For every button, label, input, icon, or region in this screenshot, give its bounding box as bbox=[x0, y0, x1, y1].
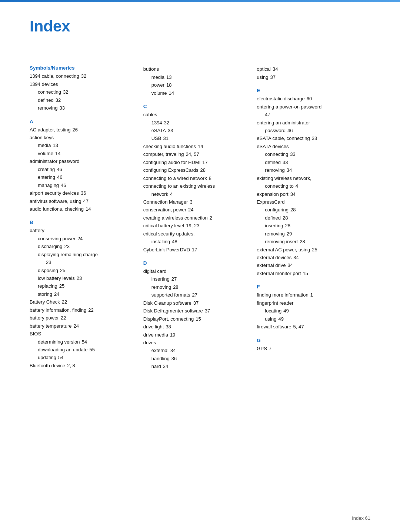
entry-fingerprint-reader: fingerprint reader locating49 using49 bbox=[257, 299, 363, 323]
entry-cables: cables 139432 eSATA33 USB31 bbox=[143, 111, 250, 143]
entry-esata-devices: eSATA devices connecting33 defined33 rem… bbox=[257, 143, 363, 174]
entry-1394-devices: 1394 devices connecting32 defined32 remo… bbox=[30, 80, 136, 112]
entry-entering-admin: entering an administrator password46 bbox=[257, 119, 363, 135]
entry-drive-media: drive media19 bbox=[143, 331, 250, 339]
entry-expansion-port: expansion port34 bbox=[257, 190, 363, 198]
entry-admin-password: administrator password creating46 enteri… bbox=[30, 157, 136, 189]
entry-disk-cleanup: Disk Cleanup software37 bbox=[143, 299, 250, 307]
entry-existing-wireless: existing wireless network, connecting to… bbox=[257, 174, 363, 190]
entry-checking-audio: checking audio functions14 bbox=[143, 143, 250, 150]
entry-configuring-audio-hdmi: configuring audio for HDMI17 bbox=[143, 158, 250, 166]
entry-critical-security: critical security updates, installing48 bbox=[143, 230, 250, 246]
entry-disk-defrag: Disk Defragmenter software37 bbox=[143, 307, 250, 315]
entry-creating-wireless: creating a wireless connection2 bbox=[143, 214, 250, 222]
entry-critical-battery: critical battery level19, 23 bbox=[143, 222, 250, 230]
entry-ac-adapter: AC adapter, testing26 bbox=[30, 126, 136, 134]
section-symbols-numerics: Symbols/Numerics bbox=[30, 65, 136, 71]
entry-external-devices: external devices34 bbox=[257, 254, 363, 261]
entry-external-monitor-port: external monitor port15 bbox=[257, 270, 363, 277]
entry-electrostatic: electrostatic discharge60 bbox=[257, 95, 363, 103]
entry-drive-light: drive light38 bbox=[143, 323, 250, 331]
section-f: F bbox=[257, 284, 363, 290]
entry-conservation-power: conservation, power24 bbox=[143, 206, 250, 214]
entry-configuring-expresscards: configuring ExpressCards28 bbox=[143, 166, 250, 174]
column-1: Symbols/Numerics 1394 cable, connecting3… bbox=[30, 65, 143, 369]
entry-gps: GPS7 bbox=[257, 345, 363, 352]
entry-connecting-wired: connecting to a wired network8 bbox=[143, 174, 250, 182]
column-2: buttons media13 power18 volume14 C cable… bbox=[143, 65, 257, 370]
page-container: Index Symbols/Numerics 1394 cable, conne… bbox=[0, 0, 400, 532]
entry-bios: BIOS determining version54 downloading a… bbox=[30, 330, 136, 362]
section-d: D bbox=[143, 260, 250, 266]
entry-1394-cable: 1394 cable, connecting32 bbox=[30, 72, 136, 80]
entry-drives: drives external34 handling36 hard34 bbox=[143, 339, 250, 371]
entry-esata-cable: eSATA cable, connecting33 bbox=[257, 134, 363, 142]
section-b: B bbox=[30, 220, 136, 225]
entry-battery-check: Battery Check22 bbox=[30, 298, 136, 306]
entry-connection-manager: Connection Manager3 bbox=[143, 198, 250, 206]
entry-computer-traveling: computer, traveling24, 57 bbox=[143, 150, 250, 158]
entry-displayport: DisplayPort, connecting15 bbox=[143, 315, 250, 323]
entry-audio-functions: audio functions, checking14 bbox=[30, 205, 136, 213]
entry-action-keys: action keys media13 volume14 bbox=[30, 134, 136, 157]
entry-battery-temp: battery temperature24 bbox=[30, 322, 136, 330]
index-columns: Symbols/Numerics 1394 cable, connecting3… bbox=[30, 65, 370, 370]
entry-battery-power: battery power22 bbox=[30, 314, 136, 322]
page-footer: Index 61 bbox=[352, 515, 370, 521]
section-e: E bbox=[257, 88, 363, 93]
column-3: optical34 using37 E electrostatic discha… bbox=[257, 65, 370, 352]
section-g: G bbox=[257, 338, 363, 343]
entry-digital-card: digital card inserting27 removing28 supp… bbox=[143, 267, 250, 299]
section-a: A bbox=[30, 119, 136, 124]
page-title: Index bbox=[30, 17, 370, 36]
entry-airport: airport security devices36 bbox=[30, 189, 136, 197]
entry-battery-info: battery information, finding22 bbox=[30, 306, 136, 314]
entry-battery: battery conserving power24 discharging23… bbox=[30, 227, 136, 298]
section-c: C bbox=[143, 104, 250, 109]
entry-cyberlink: CyberLink PowerDVD17 bbox=[143, 246, 250, 254]
entry-drives-continued: optical34 using37 bbox=[257, 65, 363, 81]
entry-entering-power-on: entering a power-on password 47 bbox=[257, 103, 363, 119]
entry-connecting-wireless: connecting to an existing wireless netwo… bbox=[143, 182, 250, 198]
entry-external-ac-power: external AC power, using25 bbox=[257, 246, 363, 254]
entry-expresscard: ExpressCard configuring28 defined28 inse… bbox=[257, 198, 363, 246]
entry-finding-more-info: finding more information1 bbox=[257, 291, 363, 299]
entry-external-drive: external drive34 bbox=[257, 261, 363, 269]
entry-bluetooth: Bluetooth device2, 8 bbox=[30, 362, 136, 369]
entry-firewall-software: firewall software5, 47 bbox=[257, 323, 363, 331]
content: Index Symbols/Numerics 1394 cable, conne… bbox=[0, 2, 400, 393]
entry-antivirus: antivirus software, using47 bbox=[30, 197, 136, 205]
entry-buttons: buttons media13 power18 volume14 bbox=[143, 65, 250, 97]
